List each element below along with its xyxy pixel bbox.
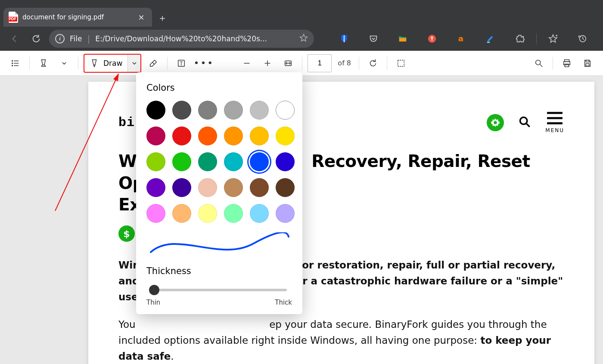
favorite-button[interactable] — [299, 34, 308, 44]
svg-rect-3 — [432, 38, 432, 41]
svg-rect-30 — [586, 60, 589, 62]
color-swatch[interactable] — [224, 126, 243, 145]
svg-point-2 — [431, 37, 433, 38]
nav-back-button[interactable] — [6, 30, 23, 47]
color-swatch[interactable] — [250, 126, 269, 145]
draw-tool-button[interactable]: Draw — [84, 54, 141, 73]
color-swatch[interactable] — [250, 101, 269, 120]
color-swatch[interactable] — [198, 204, 217, 223]
color-swatch[interactable] — [146, 101, 165, 120]
tab-close-button[interactable]: ✕ — [137, 13, 146, 22]
page-count-label: of 8 — [338, 59, 351, 67]
ext-a-icon[interactable]: a — [447, 30, 476, 47]
color-swatch[interactable] — [276, 204, 295, 223]
color-swatch[interactable] — [172, 204, 191, 223]
svg-line-16 — [152, 62, 155, 65]
thickness-slider[interactable] — [146, 284, 292, 296]
site-logo: bi — [118, 115, 135, 130]
highlight-dropdown[interactable] — [56, 55, 73, 72]
find-button[interactable] — [530, 55, 547, 72]
more-tools-button[interactable]: ••• — [193, 55, 214, 72]
svg-point-14 — [12, 63, 13, 64]
ext-key-icon[interactable] — [417, 30, 447, 47]
text-tool-button[interactable]: T — [173, 55, 190, 72]
draw-pen-icon — [90, 59, 99, 68]
svg-rect-24 — [398, 60, 404, 66]
color-swatch[interactable] — [250, 152, 269, 171]
color-swatch[interactable] — [172, 152, 191, 171]
color-swatch[interactable] — [198, 126, 217, 145]
color-swatch[interactable] — [276, 178, 295, 197]
page-number-input[interactable] — [308, 54, 332, 72]
color-swatch[interactable] — [276, 101, 295, 120]
address-path: E:/Drive/Download/How%20to%20hand%20s... — [95, 34, 294, 43]
color-swatch[interactable] — [250, 178, 269, 197]
draw-label: Draw — [103, 59, 122, 68]
colors-heading: Colors — [146, 83, 292, 93]
color-swatch[interactable] — [224, 204, 243, 223]
color-swatch[interactable] — [172, 178, 191, 197]
address-separator: | — [87, 34, 90, 44]
fit-width-button[interactable] — [280, 55, 297, 72]
ext-highlighter-icon[interactable] — [476, 30, 505, 47]
tab-active[interactable]: document for signing.pdf ✕ — [3, 8, 152, 27]
menu-label: MENU — [545, 127, 564, 133]
color-swatch[interactable] — [250, 204, 269, 223]
pdf-toolbar: Draw T ••• of 8 — [0, 51, 603, 76]
stroke-preview — [146, 232, 292, 256]
settings-badge[interactable] — [487, 114, 504, 131]
svg-marker-6 — [549, 35, 557, 42]
color-swatch[interactable] — [172, 126, 191, 145]
svg-rect-29 — [565, 64, 569, 66]
dollar-badge: $ — [118, 225, 135, 242]
rotate-button[interactable] — [364, 55, 382, 72]
svg-marker-0 — [300, 34, 308, 41]
color-swatch[interactable] — [172, 101, 191, 120]
site-search-icon[interactable] — [519, 116, 531, 130]
color-swatch[interactable] — [224, 178, 243, 197]
color-swatch[interactable] — [146, 204, 165, 223]
zoom-in-button[interactable] — [259, 55, 276, 72]
svg-line-26 — [540, 64, 543, 67]
draw-dropdown[interactable] — [127, 55, 140, 72]
save-button[interactable] — [579, 55, 596, 72]
new-tab-button[interactable]: ＋ — [154, 9, 171, 27]
color-swatch[interactable] — [146, 126, 165, 145]
site-menu-button[interactable]: MENU — [545, 112, 564, 133]
erase-button[interactable] — [145, 55, 162, 72]
color-swatch[interactable] — [198, 101, 217, 120]
thin-label: Thin — [146, 299, 160, 306]
site-info-icon[interactable]: i — [55, 34, 65, 43]
color-swatch[interactable] — [224, 101, 243, 120]
color-swatch[interactable] — [198, 178, 217, 197]
page-view-button[interactable] — [392, 55, 410, 72]
color-swatch-grid — [146, 101, 292, 223]
address-row: i File | E:/Drive/Download/How%20to%20ha… — [0, 27, 603, 51]
toc-button[interactable] — [7, 55, 24, 72]
svg-point-13 — [12, 60, 13, 61]
print-button[interactable] — [558, 55, 575, 72]
address-bar[interactable]: i File | E:/Drive/Download/How%20to%20ha… — [49, 30, 314, 48]
color-swatch[interactable] — [276, 152, 295, 171]
tab-title: document for signing.pdf — [22, 13, 132, 21]
highlight-button[interactable] — [35, 55, 52, 72]
thickness-heading: Thickness — [146, 266, 292, 276]
extensions-menu-icon[interactable] — [505, 30, 535, 47]
svg-point-25 — [536, 60, 541, 65]
color-swatch[interactable] — [146, 178, 165, 197]
ext-pocket-icon[interactable] — [359, 30, 388, 47]
color-swatch[interactable] — [198, 152, 217, 171]
history-button[interactable] — [568, 30, 597, 47]
address-scheme: File — [70, 34, 82, 43]
color-swatch[interactable] — [276, 126, 295, 145]
svg-point-32 — [520, 117, 527, 124]
color-swatch[interactable] — [224, 152, 243, 171]
ext-bitwarden-icon[interactable] — [329, 30, 359, 47]
browser-chrome: document for signing.pdf ✕ ＋ i File | E:… — [0, 0, 603, 51]
favorites-button[interactable] — [538, 30, 568, 47]
thick-label: Thick — [275, 299, 292, 306]
zoom-out-button[interactable] — [238, 55, 255, 72]
ext-folder-icon[interactable] — [388, 30, 417, 47]
nav-refresh-button[interactable] — [28, 30, 45, 47]
color-swatch[interactable] — [146, 152, 165, 171]
